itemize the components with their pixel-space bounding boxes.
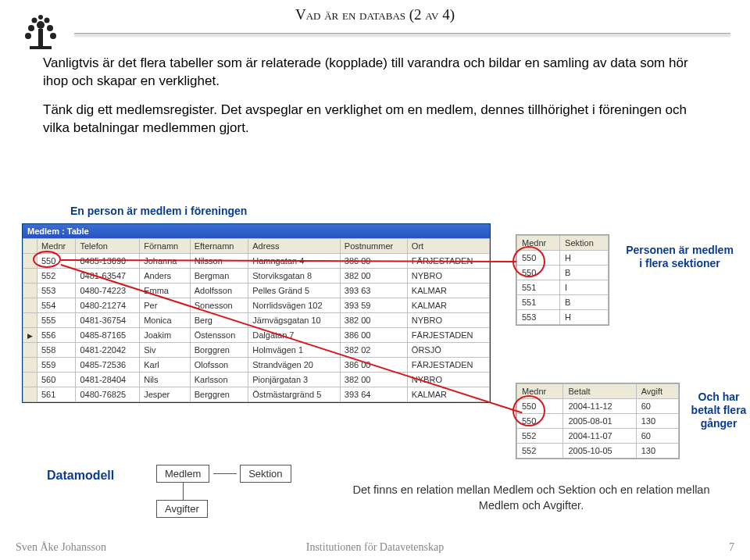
- table-row: 5550481-36754MonicaBergJärnvägsgatan 103…: [23, 313, 490, 328]
- table-cell: Jesper: [140, 387, 191, 402]
- svg-point-2: [47, 25, 53, 31]
- table-cell: 130: [636, 444, 678, 458]
- sektion-table: Mednr Sektion 550H550B551I551B553H: [516, 234, 609, 326]
- row-selector: [23, 373, 38, 387]
- table-row: 5502005-08-01130: [517, 414, 679, 429]
- table-cell: FÄRJESTADEN: [407, 254, 489, 269]
- subheading: En person är medlem i föreningen: [70, 205, 247, 217]
- col-telefon: Telefon: [76, 239, 140, 254]
- table-cell: 552: [38, 269, 76, 284]
- table-cell: Hamngatan 4: [248, 254, 341, 269]
- table-cell: 393 64: [340, 387, 407, 402]
- medlem-table: Mednr Telefon Förnamn Efternamn Adress P…: [23, 238, 490, 402]
- table-row: 5502004-11-1260: [517, 399, 679, 414]
- table-cell: KALMAR: [407, 298, 489, 313]
- svg-point-4: [50, 33, 56, 39]
- table-cell: 0485-13690: [76, 254, 140, 269]
- table-cell: Berggren: [190, 387, 248, 402]
- row-selector: [23, 358, 38, 373]
- table-cell: 552: [517, 444, 563, 458]
- table-cell: Holmvägen 1: [248, 343, 341, 358]
- table-cell: Dalgatan 7: [248, 328, 341, 343]
- table-cell: Östmästargränd 5: [248, 387, 341, 402]
- table-cell: 382 02: [340, 343, 407, 358]
- footer-author: Sven Åke Johansson: [16, 541, 106, 554]
- svg-point-0: [37, 21, 45, 29]
- page-title: Vad är en databas (2 av 4): [295, 6, 455, 23]
- table-cell: B: [560, 295, 609, 310]
- table-cell: Emma: [140, 284, 191, 298]
- callout-betalt: Och har betalt flera gånger: [684, 391, 750, 430]
- dm-box-medlem: Medlem: [156, 465, 209, 483]
- table-cell: Nilsson: [190, 254, 248, 269]
- row-selector: [23, 313, 38, 328]
- table-row: 5520481-63547AndersBergmanStorviksgatan …: [23, 269, 490, 284]
- table-cell: Siv: [140, 343, 191, 358]
- svg-point-3: [25, 33, 31, 39]
- table-row: 5580481-22042SivBorggrenHolmvägen 1382 0…: [23, 343, 490, 358]
- table-cell: 60: [636, 429, 678, 444]
- table-cell: Pionjärgatan 3: [248, 373, 341, 387]
- table-cell: 2005-08-01: [563, 414, 636, 429]
- table-cell: Joakim: [140, 328, 191, 343]
- table-row: 550H: [517, 251, 609, 266]
- table-cell: 0480-21274: [76, 298, 140, 313]
- svg-point-7: [38, 15, 43, 20]
- table-row: 5610480-76825JesperBerggrenÖstmästargrän…: [23, 387, 490, 402]
- table-cell: Johanna: [140, 254, 191, 269]
- table-cell: 559: [38, 358, 76, 373]
- table-row: 5522005-10-05130: [517, 444, 679, 458]
- footer-institution: Institutionen för Datavetenskap: [306, 541, 445, 554]
- table-cell: Anders: [140, 269, 191, 284]
- avg-col-betalt: Betalt: [563, 384, 636, 399]
- table-cell: 550: [517, 251, 560, 266]
- table-cell: Olofsson: [190, 358, 248, 373]
- table-row: 5600481-28404NilsKarlssonPionjärgatan 33…: [23, 373, 490, 387]
- dm-box-avgifter: Avgifter: [156, 500, 208, 518]
- table-cell: 130: [636, 414, 678, 429]
- svg-point-1: [28, 25, 34, 31]
- table-cell: Karlsson: [190, 373, 248, 387]
- medlem-window-title: Medlem : Table: [23, 224, 490, 238]
- table-cell: 382 00: [340, 373, 407, 387]
- table-cell: NYBRO: [407, 373, 489, 387]
- row-selector: [23, 328, 38, 343]
- row-selector: [23, 254, 38, 269]
- table-cell: Storviksgatan 8: [248, 269, 341, 284]
- table-row: 550B: [517, 266, 609, 280]
- table-cell: 382 00: [340, 269, 407, 284]
- table-cell: 393 59: [340, 298, 407, 313]
- table-cell: Strandvägen 20: [248, 358, 341, 373]
- medlem-table-window: Medlem : Table Mednr Telefon Förnamn Eft…: [22, 223, 491, 403]
- table-cell: Per: [140, 298, 191, 313]
- table-cell: Pelles Gränd 5: [248, 284, 341, 298]
- table-cell: B: [560, 266, 609, 280]
- sek-col-mednr: Mednr: [517, 236, 560, 251]
- svg-rect-8: [38, 29, 43, 46]
- table-cell: Östensson: [190, 328, 248, 343]
- table-cell: Monica: [140, 313, 191, 328]
- table-cell: 551: [517, 295, 560, 310]
- table-cell: Järnvägsgatan 10: [248, 313, 341, 328]
- col-ort: Ort: [407, 239, 489, 254]
- table-cell: 2005-10-05: [563, 444, 636, 458]
- table-cell: 0481-36754: [76, 313, 140, 328]
- table-row: 5530480-74223EmmaAdolfssonPelles Gränd 5…: [23, 284, 490, 298]
- table-cell: 0481-28404: [76, 373, 140, 387]
- table-cell: Adolfsson: [190, 284, 248, 298]
- title-divider: [74, 33, 730, 35]
- table-row: 551B: [517, 295, 609, 310]
- table-cell: H: [560, 251, 609, 266]
- datamodel-row2: Avgifter: [191, 500, 208, 518]
- col-mednr: Mednr: [38, 239, 76, 254]
- col-adress: Adress: [248, 239, 341, 254]
- col-efternamn: Efternamn: [190, 239, 248, 254]
- table-cell: 552: [517, 429, 563, 444]
- table-cell: FÄRJESTADEN: [407, 358, 489, 373]
- table-cell: 550: [517, 399, 563, 414]
- table-row: 5500485-13690JohannaNilssonHamngatan 438…: [23, 254, 490, 269]
- table-cell: 0480-74223: [76, 284, 140, 298]
- table-cell: 558: [38, 343, 76, 358]
- table-cell: 0481-22042: [76, 343, 140, 358]
- table-cell: Sonesson: [190, 298, 248, 313]
